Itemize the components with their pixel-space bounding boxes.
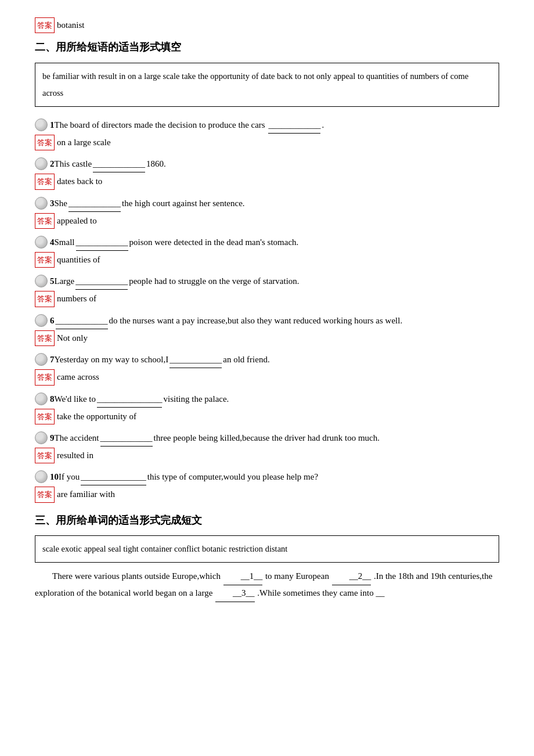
question-icon-2 xyxy=(35,157,48,170)
answer-badge-6: 答案 xyxy=(35,330,55,346)
question-row-8: 8We'd like to_______________visiting the… xyxy=(35,391,499,408)
question-icon-5 xyxy=(35,275,48,287)
passage-line1: There were various plants outside Europe… xyxy=(52,571,221,581)
question-row-2: 2This castle____________1860. xyxy=(35,156,499,172)
top-answer-row: 答案botanist xyxy=(35,17,499,33)
question-text-6: 6____________do the nurses want a pay in… xyxy=(50,313,499,329)
answer-text-8: take the opportunity of xyxy=(57,412,136,421)
answer-row-7: 答案came across xyxy=(35,369,499,385)
word-list: scale exotic appeal seal tight container… xyxy=(42,544,287,553)
question-row-7: 7Yesterday on my way to school,I________… xyxy=(35,352,499,368)
question-row-1: 1The board of directors made the decisio… xyxy=(35,117,499,134)
answer-text-4: quantities of xyxy=(57,255,100,264)
answer-row-9: 答案resulted in xyxy=(35,448,499,463)
question-text-7: 7Yesterday on my way to school,I________… xyxy=(50,352,499,368)
answer-text-1: on a large scale xyxy=(57,138,111,147)
question-text-4: 4Small____________poison were detected i… xyxy=(50,235,499,251)
top-answer-text: botanist xyxy=(57,20,85,30)
question-text-8: 8We'd like to_______________visiting the… xyxy=(50,391,499,408)
question-row-4: 4Small____________poison were detected i… xyxy=(35,235,499,251)
phrase-list: be familiar with result in on a large sc… xyxy=(42,71,468,98)
question-row-3: 3She____________the high court against h… xyxy=(35,196,499,212)
answer-badge-3: 答案 xyxy=(35,213,55,229)
answer-badge-9: 答案 xyxy=(35,448,55,463)
question-row-9: 9The accident____________three people be… xyxy=(35,430,499,447)
question-row-5: 5Large____________people had to struggle… xyxy=(35,273,499,290)
answer-text-3: appealed to xyxy=(57,216,97,225)
answer-badge-4: 答案 xyxy=(35,252,55,268)
question-text-3: 3She____________the high court against h… xyxy=(50,196,499,212)
question-icon-6 xyxy=(35,314,48,327)
answer-row-2: 答案dates back to xyxy=(35,174,499,189)
answer-badge-1: 答案 xyxy=(35,135,55,150)
answer-text-9: resulted in xyxy=(57,451,93,460)
question-icon-9 xyxy=(35,431,48,444)
answer-row-1: 答案on a large scale xyxy=(35,135,499,150)
blank3: __3__ xyxy=(215,585,255,602)
blank1: __1__ xyxy=(223,568,263,585)
answer-text-2: dates back to xyxy=(57,177,102,186)
question-icon-7 xyxy=(35,353,48,366)
question-icon-4 xyxy=(35,236,48,249)
passage-line2: to many European xyxy=(265,571,329,581)
answer-row-8: 答案take the opportunity of xyxy=(35,409,499,424)
question-icon-1 xyxy=(35,118,48,131)
answer-badge-5: 答案 xyxy=(35,291,55,307)
section2-title: 二、用所给短语的适当形式填空 xyxy=(35,38,499,56)
answer-text-7: came across xyxy=(57,372,99,381)
question-row-10: 10If you_______________this type of comp… xyxy=(35,469,499,485)
answer-badge-8: 答案 xyxy=(35,409,55,424)
section3-title: 三、用所给单词的适当形式完成短文 xyxy=(35,511,499,530)
answer-row-3: 答案appealed to xyxy=(35,213,499,229)
question-text-10: 10If you_______________this type of comp… xyxy=(50,469,499,485)
answer-row-4: 答案quantities of xyxy=(35,252,499,268)
answer-badge-10: 答案 xyxy=(35,487,55,502)
word-box: scale exotic appeal seal tight container… xyxy=(35,535,499,563)
answer-badge-top: 答案 xyxy=(35,17,55,33)
answer-text-5: numbers of xyxy=(57,294,96,303)
answer-text-6: Not only xyxy=(57,333,88,343)
answer-badge-7: 答案 xyxy=(35,369,55,385)
question-icon-10 xyxy=(35,470,48,483)
passage-paragraph: There were various plants outside Europe… xyxy=(35,568,499,602)
question-text-9: 9The accident____________three people be… xyxy=(50,430,499,447)
answer-row-6: 答案Not only xyxy=(35,330,499,346)
answer-badge-2: 答案 xyxy=(35,174,55,189)
answer-row-10: 答案are familiar with xyxy=(35,487,499,502)
passage-line4: .While sometimes they came into __ xyxy=(257,588,384,597)
answer-row-5: 答案numbers of xyxy=(35,291,499,307)
question-icon-3 xyxy=(35,197,48,210)
phrase-box: be familiar with result in on a large sc… xyxy=(35,63,499,107)
question-row-6: 6____________do the nurses want a pay in… xyxy=(35,313,499,329)
blank2: __2__ xyxy=(332,568,371,585)
question-text-2: 2This castle____________1860. xyxy=(50,156,499,172)
questions-container: 1The board of directors made the decisio… xyxy=(35,117,499,503)
question-icon-8 xyxy=(35,393,48,405)
question-text-1: 1The board of directors made the decisio… xyxy=(50,117,499,134)
answer-text-10: are familiar with xyxy=(57,489,115,499)
question-text-5: 5Large____________people had to struggle… xyxy=(50,273,499,290)
